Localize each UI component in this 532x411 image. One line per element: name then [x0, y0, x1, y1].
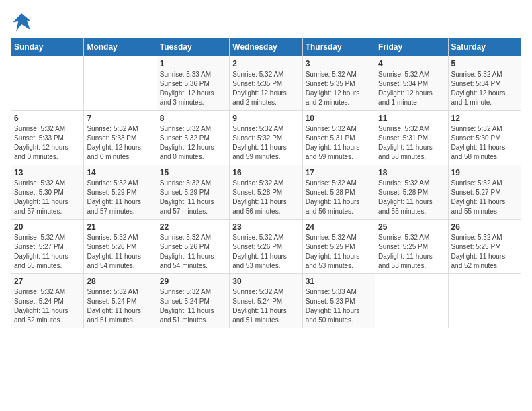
day-info: Sunrise: 5:32 AM Sunset: 5:27 PM Dayligh…: [451, 179, 518, 216]
day-number: 12: [451, 113, 518, 123]
svg-marker-0: [13, 13, 31, 31]
day-info: Sunrise: 5:32 AM Sunset: 5:25 PM Dayligh…: [306, 233, 372, 271]
day-number: 5: [451, 59, 518, 68]
day-cell: 2Sunrise: 5:32 AM Sunset: 5:35 PM Daylig…: [230, 56, 302, 111]
col-header-sunday: Sunday: [11, 38, 84, 56]
day-number: 28: [87, 277, 153, 286]
day-info: Sunrise: 5:33 AM Sunset: 5:36 PM Dayligh…: [160, 70, 226, 107]
day-number: 26: [451, 222, 518, 232]
day-cell: 15Sunrise: 5:32 AM Sunset: 5:29 PM Dayli…: [157, 165, 229, 220]
day-info: Sunrise: 5:32 AM Sunset: 5:34 PM Dayligh…: [378, 70, 445, 107]
day-cell: [375, 274, 448, 328]
day-cell: [84, 56, 157, 111]
day-cell: 29Sunrise: 5:32 AM Sunset: 5:24 PM Dayli…: [157, 274, 229, 328]
day-info: Sunrise: 5:32 AM Sunset: 5:33 PM Dayligh…: [14, 124, 81, 162]
day-info: Sunrise: 5:32 AM Sunset: 5:33 PM Dayligh…: [87, 124, 153, 162]
day-info: Sunrise: 5:32 AM Sunset: 5:29 PM Dayligh…: [87, 179, 153, 216]
day-number: 30: [232, 277, 299, 286]
col-header-tuesday: Tuesday: [157, 38, 229, 56]
day-number: 2: [232, 59, 299, 68]
day-number: 20: [14, 222, 81, 232]
day-cell: 9Sunrise: 5:32 AM Sunset: 5:32 PM Daylig…: [230, 111, 302, 165]
day-cell: 19Sunrise: 5:32 AM Sunset: 5:27 PM Dayli…: [448, 165, 521, 220]
day-number: 10: [306, 113, 372, 123]
day-cell: 31Sunrise: 5:33 AM Sunset: 5:23 PM Dayli…: [302, 274, 375, 328]
day-info: Sunrise: 5:32 AM Sunset: 5:32 PM Dayligh…: [160, 124, 226, 162]
day-info: Sunrise: 5:32 AM Sunset: 5:26 PM Dayligh…: [160, 233, 226, 271]
page-header: [11, 11, 521, 32]
day-info: Sunrise: 5:32 AM Sunset: 5:30 PM Dayligh…: [14, 179, 81, 216]
header-row: SundayMondayTuesdayWednesdayThursdayFrid…: [11, 38, 521, 56]
day-cell: 26Sunrise: 5:32 AM Sunset: 5:25 PM Dayli…: [448, 220, 521, 274]
day-cell: 1Sunrise: 5:33 AM Sunset: 5:36 PM Daylig…: [157, 56, 229, 111]
day-number: 18: [378, 168, 445, 177]
day-info: Sunrise: 5:32 AM Sunset: 5:24 PM Dayligh…: [14, 287, 81, 325]
day-cell: 16Sunrise: 5:32 AM Sunset: 5:28 PM Dayli…: [230, 165, 302, 220]
day-number: 16: [232, 168, 299, 177]
day-number: 6: [14, 113, 81, 123]
day-number: 27: [14, 277, 81, 286]
day-cell: 18Sunrise: 5:32 AM Sunset: 5:28 PM Dayli…: [375, 165, 448, 220]
day-cell: 30Sunrise: 5:32 AM Sunset: 5:24 PM Dayli…: [230, 274, 302, 328]
col-header-friday: Friday: [375, 38, 448, 56]
day-number: 19: [451, 168, 518, 177]
day-cell: 22Sunrise: 5:32 AM Sunset: 5:26 PM Dayli…: [157, 220, 229, 274]
day-info: Sunrise: 5:32 AM Sunset: 5:35 PM Dayligh…: [232, 70, 299, 107]
day-cell: 10Sunrise: 5:32 AM Sunset: 5:31 PM Dayli…: [302, 111, 375, 165]
day-cell: 14Sunrise: 5:32 AM Sunset: 5:29 PM Dayli…: [84, 165, 157, 220]
day-cell: 20Sunrise: 5:32 AM Sunset: 5:27 PM Dayli…: [11, 220, 84, 274]
day-cell: 24Sunrise: 5:32 AM Sunset: 5:25 PM Dayli…: [302, 220, 375, 274]
day-cell: 3Sunrise: 5:32 AM Sunset: 5:35 PM Daylig…: [302, 56, 375, 111]
col-header-thursday: Thursday: [302, 38, 375, 56]
week-row-4: 20Sunrise: 5:32 AM Sunset: 5:27 PM Dayli…: [11, 220, 521, 274]
day-cell: 27Sunrise: 5:32 AM Sunset: 5:24 PM Dayli…: [11, 274, 84, 328]
day-info: Sunrise: 5:32 AM Sunset: 5:26 PM Dayligh…: [87, 233, 153, 271]
day-info: Sunrise: 5:32 AM Sunset: 5:28 PM Dayligh…: [306, 179, 372, 216]
day-cell: 25Sunrise: 5:32 AM Sunset: 5:25 PM Dayli…: [375, 220, 448, 274]
logo-icon: [11, 11, 32, 32]
day-info: Sunrise: 5:32 AM Sunset: 5:29 PM Dayligh…: [160, 179, 226, 216]
day-cell: 5Sunrise: 5:32 AM Sunset: 5:34 PM Daylig…: [448, 56, 521, 111]
day-info: Sunrise: 5:32 AM Sunset: 5:24 PM Dayligh…: [160, 287, 226, 325]
day-cell: 23Sunrise: 5:32 AM Sunset: 5:26 PM Dayli…: [230, 220, 302, 274]
week-row-3: 13Sunrise: 5:32 AM Sunset: 5:30 PM Dayli…: [11, 165, 521, 220]
day-cell: 21Sunrise: 5:32 AM Sunset: 5:26 PM Dayli…: [84, 220, 157, 274]
day-cell: 13Sunrise: 5:32 AM Sunset: 5:30 PM Dayli…: [11, 165, 84, 220]
day-cell: 6Sunrise: 5:32 AM Sunset: 5:33 PM Daylig…: [11, 111, 84, 165]
day-number: 9: [232, 113, 299, 123]
day-info: Sunrise: 5:32 AM Sunset: 5:24 PM Dayligh…: [232, 287, 299, 325]
col-header-monday: Monday: [84, 38, 157, 56]
day-number: 21: [87, 222, 153, 232]
day-cell: [448, 274, 521, 328]
day-info: Sunrise: 5:32 AM Sunset: 5:31 PM Dayligh…: [378, 124, 445, 162]
day-cell: 11Sunrise: 5:32 AM Sunset: 5:31 PM Dayli…: [375, 111, 448, 165]
day-number: 17: [306, 168, 372, 177]
day-number: 15: [160, 168, 226, 177]
logo: [11, 11, 35, 32]
day-cell: 17Sunrise: 5:32 AM Sunset: 5:28 PM Dayli…: [302, 165, 375, 220]
day-cell: 4Sunrise: 5:32 AM Sunset: 5:34 PM Daylig…: [375, 56, 448, 111]
day-number: 4: [378, 59, 445, 68]
day-cell: [11, 56, 84, 111]
day-info: Sunrise: 5:32 AM Sunset: 5:32 PM Dayligh…: [232, 124, 299, 162]
day-number: 11: [378, 113, 445, 123]
week-row-2: 6Sunrise: 5:32 AM Sunset: 5:33 PM Daylig…: [11, 111, 521, 165]
day-info: Sunrise: 5:32 AM Sunset: 5:28 PM Dayligh…: [378, 179, 445, 216]
day-number: 31: [306, 277, 372, 286]
day-info: Sunrise: 5:32 AM Sunset: 5:30 PM Dayligh…: [451, 124, 518, 162]
day-info: Sunrise: 5:32 AM Sunset: 5:35 PM Dayligh…: [306, 70, 372, 107]
day-cell: 28Sunrise: 5:32 AM Sunset: 5:24 PM Dayli…: [84, 274, 157, 328]
day-number: 3: [306, 59, 372, 68]
day-number: 22: [160, 222, 226, 232]
day-number: 25: [378, 222, 445, 232]
day-number: 24: [306, 222, 372, 232]
day-cell: 12Sunrise: 5:32 AM Sunset: 5:30 PM Dayli…: [448, 111, 521, 165]
day-info: Sunrise: 5:32 AM Sunset: 5:31 PM Dayligh…: [306, 124, 372, 162]
day-number: 14: [87, 168, 153, 177]
day-info: Sunrise: 5:32 AM Sunset: 5:25 PM Dayligh…: [451, 233, 518, 271]
week-row-1: 1Sunrise: 5:33 AM Sunset: 5:36 PM Daylig…: [11, 56, 521, 111]
day-number: 13: [14, 168, 81, 177]
col-header-saturday: Saturday: [448, 38, 521, 56]
calendar-table: SundayMondayTuesdayWednesdayThursdayFrid…: [11, 38, 521, 328]
day-number: 1: [160, 59, 226, 68]
